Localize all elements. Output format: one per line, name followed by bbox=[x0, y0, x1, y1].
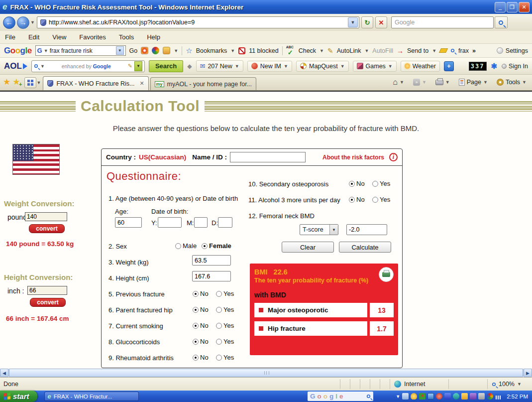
check-button[interactable]: Check bbox=[299, 47, 316, 54]
aol-search-options[interactable]: ▼ bbox=[134, 61, 142, 71]
add-favorite-icon[interactable]: ★ bbox=[12, 77, 20, 87]
feeds-button[interactable]: »▼ bbox=[410, 77, 430, 87]
quick-tabs-button[interactable] bbox=[24, 77, 36, 88]
weight-convert-button[interactable]: convert bbox=[29, 224, 65, 233]
menu-help[interactable]: Help bbox=[147, 33, 160, 41]
q9-no-option[interactable]: No bbox=[193, 354, 209, 361]
print-button[interactable]: ▼ bbox=[432, 78, 453, 87]
google-search-value[interactable]: frax fracture risk bbox=[50, 47, 114, 54]
url-text[interactable]: http://www.shef.ac.uk/FRAX/tool.jsp?loca… bbox=[49, 19, 345, 26]
q11-no-option[interactable]: No bbox=[349, 196, 365, 203]
settings-button[interactable]: Settings bbox=[506, 47, 528, 54]
q10-yes-option[interactable]: Yes bbox=[372, 180, 390, 187]
blocked-count[interactable]: 11 blocked bbox=[249, 47, 279, 54]
about-risk-factors-link[interactable]: About the risk factors bbox=[322, 154, 384, 161]
search-placeholder[interactable]: Google bbox=[395, 19, 490, 26]
zoom-control[interactable]: 100% ▼ bbox=[487, 379, 532, 389]
g-dropdown-icon[interactable]: ▼ bbox=[44, 48, 48, 53]
mapquest-button[interactable]: MapQuest ▼ bbox=[296, 61, 349, 72]
aol-search-button[interactable]: Search bbox=[149, 60, 183, 72]
tray-icon-alert[interactable] bbox=[436, 393, 442, 400]
q7-no-option[interactable]: No bbox=[193, 322, 209, 329]
horizontal-scrollbar[interactable]: ◀ ▶ bbox=[0, 369, 532, 377]
aol-settings-gear-icon[interactable]: ✱ bbox=[491, 62, 498, 71]
tab-close-icon[interactable]: ✕ bbox=[139, 80, 144, 87]
weight-input[interactable] bbox=[192, 255, 231, 266]
dart-icon[interactable] bbox=[141, 47, 148, 54]
q8-no-option[interactable]: No bbox=[193, 338, 209, 345]
taskbar-frax-task[interactable]: e FRAX - WHO Fractur... bbox=[44, 392, 139, 401]
female-radio[interactable] bbox=[202, 243, 208, 249]
name-id-input[interactable] bbox=[230, 152, 306, 162]
scroll-left-arrow[interactable]: ◀ bbox=[0, 369, 8, 377]
sendto-button[interactable]: Send to bbox=[407, 47, 428, 54]
bmd-type-select[interactable]: T-score ▼ bbox=[300, 224, 338, 235]
tray-icon-security[interactable] bbox=[411, 393, 417, 400]
tray-icon-display[interactable] bbox=[427, 393, 434, 400]
refresh-button[interactable]: ↻ bbox=[361, 16, 373, 28]
q7-yes-option[interactable]: Yes bbox=[216, 322, 234, 329]
favorites-center-icon[interactable]: ★ bbox=[3, 77, 10, 87]
tscore-input[interactable] bbox=[346, 224, 387, 235]
go-button[interactable]: Go bbox=[129, 47, 138, 54]
close-button[interactable]: ✕ bbox=[519, 2, 530, 12]
info-icon[interactable]: i bbox=[389, 153, 398, 161]
q6-no-option[interactable]: No bbox=[193, 306, 209, 313]
tray-icon-window[interactable] bbox=[402, 393, 409, 400]
weather-button[interactable]: Weather bbox=[401, 61, 440, 72]
tray-hide-icon[interactable]: ▼ bbox=[396, 394, 400, 399]
pound-input[interactable] bbox=[25, 212, 67, 221]
aol-search-dropdown[interactable]: ▼ bbox=[40, 64, 45, 69]
tools-menu-button[interactable]: Tools▼ bbox=[493, 77, 530, 87]
back-button[interactable]: ← bbox=[3, 16, 15, 29]
tray-icon-device[interactable] bbox=[470, 393, 476, 400]
deskbar-search-icon[interactable] bbox=[367, 395, 370, 398]
history-dropdown-icon[interactable]: ▼ bbox=[30, 20, 35, 25]
add-toolbar-button[interactable]: + bbox=[444, 61, 454, 71]
q9-yes-option[interactable]: Yes bbox=[216, 354, 234, 361]
q10-no-option[interactable]: No bbox=[349, 180, 365, 187]
tray-icon-wifi[interactable] bbox=[495, 393, 502, 400]
menu-edit[interactable]: Edit bbox=[28, 33, 39, 41]
word-find-frax[interactable]: frax bbox=[458, 47, 469, 54]
home-button[interactable]: ⌂▼ bbox=[389, 76, 408, 88]
height-convert-button[interactable]: convert bbox=[30, 298, 66, 307]
search-history-dropdown[interactable]: ▼ bbox=[116, 46, 124, 55]
mail-button[interactable]: ✉ 207 New ▼ bbox=[196, 60, 243, 72]
autolink-button[interactable]: AutoLink bbox=[337, 47, 361, 54]
aol-pencil-icon[interactable]: ✎ bbox=[128, 63, 132, 69]
mapquest-dropdown-icon[interactable]: ▼ bbox=[340, 64, 345, 69]
print-results-button[interactable] bbox=[379, 267, 394, 282]
address-dropdown-button[interactable]: ▼ bbox=[348, 17, 358, 27]
autolink-dropdown-icon[interactable]: ▼ bbox=[364, 48, 369, 53]
calculate-button[interactable]: Calculate bbox=[339, 242, 391, 253]
tray-icon-google[interactable] bbox=[487, 393, 493, 400]
google-search-input[interactable]: G ▼ frax fracture risk ▼ bbox=[35, 45, 126, 56]
forward-button[interactable]: → bbox=[17, 16, 29, 29]
tray-icon-network[interactable] bbox=[444, 393, 451, 400]
search-go-button[interactable] bbox=[495, 16, 508, 28]
male-radio[interactable] bbox=[175, 243, 181, 249]
tray-icon-updates[interactable] bbox=[419, 393, 426, 400]
tray-icon-volume[interactable] bbox=[478, 393, 485, 400]
search-box[interactable]: Google bbox=[391, 16, 494, 28]
tab-myaol[interactable]: my myAOL - your home page for... bbox=[150, 77, 256, 90]
inch-input[interactable] bbox=[27, 286, 67, 295]
sex-female-option[interactable]: Female bbox=[202, 242, 231, 250]
start-button[interactable]: start bbox=[0, 391, 37, 402]
toolbar-grip-icon[interactable]: ◆ bbox=[187, 63, 192, 70]
scroll-right-arrow[interactable]: ▶ bbox=[524, 369, 532, 377]
sex-male-option[interactable]: Male bbox=[175, 242, 197, 250]
clear-button[interactable]: Clear bbox=[282, 242, 334, 253]
bookmarks-dropdown-icon[interactable]: ▼ bbox=[230, 48, 235, 53]
aol-search-input[interactable]: ▼ enhanced by Google ✎ ▼ bbox=[31, 60, 145, 72]
stop-button[interactable]: ✕ bbox=[375, 16, 387, 28]
height-input[interactable] bbox=[192, 271, 231, 281]
google-deskbar[interactable]: Google bbox=[308, 392, 373, 401]
sign-in-button[interactable]: Sign In bbox=[502, 63, 528, 70]
scrollbar-thumb[interactable] bbox=[9, 369, 523, 377]
q6-yes-option[interactable]: Yes bbox=[216, 306, 234, 313]
tab-list-dropdown[interactable]: ▼ bbox=[37, 80, 41, 85]
menu-view[interactable]: View bbox=[52, 33, 66, 41]
tray-icon-sync[interactable] bbox=[453, 393, 459, 400]
